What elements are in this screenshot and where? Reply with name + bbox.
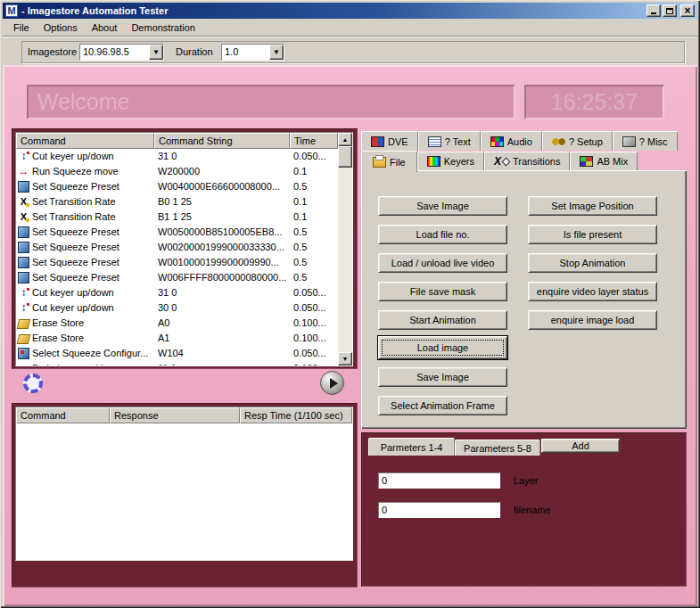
tab-ab-mix[interactable]: AB Mix <box>570 152 638 170</box>
column-header-response[interactable]: Response <box>110 407 240 423</box>
minimize-button[interactable] <box>646 4 661 17</box>
arrow-up-icon: ▲ <box>342 136 349 143</box>
command-string-cell: W0010000199900009990... <box>154 255 290 270</box>
maximize-icon <box>666 8 673 14</box>
save-image-button[interactable]: Save Image <box>378 196 507 216</box>
load-image-button[interactable]: Load image <box>378 336 507 359</box>
command-string-cell: 30 0 <box>154 300 290 316</box>
spinner-button[interactable] <box>22 373 44 394</box>
tab-label: File <box>390 157 406 168</box>
load-unload-live-video-button[interactable]: Load / unload live video <box>378 253 507 273</box>
command-string-cell: W00200001999000033330... <box>154 240 290 255</box>
close-button[interactable]: × <box>680 4 695 17</box>
chevron-down-icon: ▼ <box>273 49 280 56</box>
file-save-mask-button[interactable]: File save mask <box>378 282 507 301</box>
command-cell: Set Squeeze Preset <box>16 270 154 285</box>
start-animation-button[interactable]: Start Animation <box>378 310 507 330</box>
title-bar[interactable]: M - Imagestore Automation Tester × <box>3 3 697 19</box>
squeeze-preset-icon <box>18 272 29 283</box>
command-row[interactable]: Set Squeeze Preset W0040000E66600008000.… <box>16 179 338 194</box>
command-row[interactable]: Cut keyer up/down 31 0 0.050... <box>16 285 338 300</box>
scroll-down-button[interactable]: ▼ <box>338 352 352 366</box>
menu-options[interactable]: Options <box>37 20 85 36</box>
command-row[interactable]: Set Squeeze Preset W0050000B85100005EB8.… <box>16 225 338 240</box>
column-header-command[interactable]: Command <box>16 407 110 423</box>
command-row[interactable]: Set Transition Rate B0 1 25 0.1 <box>16 194 338 210</box>
command-row[interactable]: Cut keyer up/down 31 0 0.050... <box>16 149 338 164</box>
duration-dropdown-button[interactable]: ▼ <box>269 45 284 60</box>
clock-display: 16:25:37 <box>524 85 664 119</box>
command-row[interactable]: Set Squeeze Preset W006FFFF8000000080000… <box>16 270 338 285</box>
imagestore-dropdown-button[interactable]: ▼ <box>149 45 163 60</box>
tab-misc[interactable]: ? Misc <box>613 131 678 151</box>
time-cell: 0.050... <box>290 300 338 316</box>
response-list-container: Command Response Resp Time (1/100 sec) <box>12 403 358 587</box>
response-list-header: Command Response Resp Time (1/100 sec) <box>16 407 352 423</box>
command-row[interactable]: Select Squeeze Configur... W104 0.050... <box>16 346 338 361</box>
enquire-image-load-button[interactable]: enquire image load <box>528 310 657 330</box>
duration-combobox[interactable]: 1.0 ▼ <box>221 44 284 61</box>
menu-file[interactable]: File <box>6 20 37 36</box>
play-icon <box>330 378 338 389</box>
load-file-no-button[interactable]: Load file no. <box>378 225 507 244</box>
tab-parameters-5-8[interactable]: Parameters 5-8 <box>455 440 540 456</box>
tab-keyers[interactable]: Keyers <box>417 152 484 170</box>
menu-about[interactable]: About <box>85 20 125 36</box>
command-cell: Cut keyer up/down <box>16 300 154 316</box>
save-image-button-2[interactable]: Save Image <box>378 367 507 387</box>
erase-store-icon <box>17 334 31 344</box>
select-animation-frame-button[interactable]: Select Animation Frame <box>378 396 507 415</box>
layer-input[interactable] <box>378 472 500 489</box>
column-header-command[interactable]: Command <box>16 133 154 149</box>
tab-parameters-1-4[interactable]: Parmeters 1-4 <box>368 438 455 456</box>
tab-setup[interactable]: ? Setup <box>542 131 613 151</box>
menu-demonstration[interactable]: Demonstration <box>124 20 202 36</box>
command-row[interactable]: Set Squeeze Preset W0010000199900009990.… <box>16 255 338 270</box>
scroll-thumb[interactable] <box>338 146 352 168</box>
command-row[interactable]: Cut keyer up/down 30 0 0.050... <box>16 300 338 316</box>
tab-dve[interactable]: DVE <box>361 131 418 151</box>
squeeze-preset-icon <box>18 257 29 268</box>
command-cell: Set Squeeze Preset <box>16 240 154 255</box>
tab-file[interactable]: File <box>361 151 417 172</box>
command-cell: Cut keyer up/down <box>16 149 154 164</box>
time-cell: 0.050... <box>290 285 338 300</box>
command-row[interactable]: Erase Store A0 0.100... <box>16 316 338 331</box>
column-header-command-string[interactable]: Command String <box>154 133 290 149</box>
command-cell: Set Squeeze Preset <box>16 225 154 240</box>
scroll-up-button[interactable]: ▲ <box>338 133 352 146</box>
arrow-down-icon: ▼ <box>342 356 349 362</box>
app-icon-letter: M <box>7 5 15 16</box>
app-icon[interactable]: M <box>5 4 18 17</box>
tab-audio[interactable]: Audio <box>481 131 542 151</box>
command-row[interactable]: Set Squeeze Preset W00200001999000033330… <box>16 240 338 255</box>
erase-store-icon <box>17 319 31 329</box>
transitions-icon <box>494 156 509 168</box>
filename-input[interactable] <box>378 502 500 518</box>
tab-transitions[interactable]: Transitions <box>484 152 570 170</box>
set-image-position-button[interactable]: Set Image Position <box>528 196 657 216</box>
tab-label: Keyers <box>444 156 474 167</box>
vertical-scrollbar[interactable]: ▲ ▼ <box>338 133 352 366</box>
command-row[interactable]: Set Transition Rate B1 1 25 0.1 <box>16 210 338 225</box>
column-header-time[interactable]: Time <box>290 133 338 149</box>
tab-text[interactable]: ? Text <box>418 131 481 151</box>
tab-row-front: File Keyers Transitions AB Mix <box>361 151 638 170</box>
command-row[interactable]: Run Squeeze move W200000 0.1 <box>16 164 338 179</box>
play-button[interactable] <box>320 371 344 395</box>
is-file-present-button[interactable]: Is file present <box>528 225 657 244</box>
imagestore-value: 10.96.98.5 <box>80 45 149 60</box>
add-button[interactable]: Add <box>541 439 620 453</box>
command-row[interactable]: Fade keyer up/down 11 1 0.160... <box>16 361 338 366</box>
stop-animation-button[interactable]: Stop Animation <box>528 253 657 273</box>
transition-rate-icon <box>18 211 29 223</box>
enquire-video-layer-status-button[interactable]: enquire video layer status <box>528 282 657 301</box>
menu-bar: File Options About Demonstration <box>3 19 697 37</box>
imagestore-combobox[interactable]: 10.96.98.5 ▼ <box>79 44 164 61</box>
command-row[interactable]: Erase Store A1 0.100... <box>16 331 338 346</box>
column-header-resp-time[interactable]: Resp Time (1/100 sec) <box>240 407 352 423</box>
maximize-button[interactable] <box>663 4 677 17</box>
window-title: - Imagestore Automation Tester <box>21 5 646 16</box>
chevron-down-icon: ▼ <box>152 49 160 56</box>
tab-label: AB Mix <box>597 156 628 167</box>
